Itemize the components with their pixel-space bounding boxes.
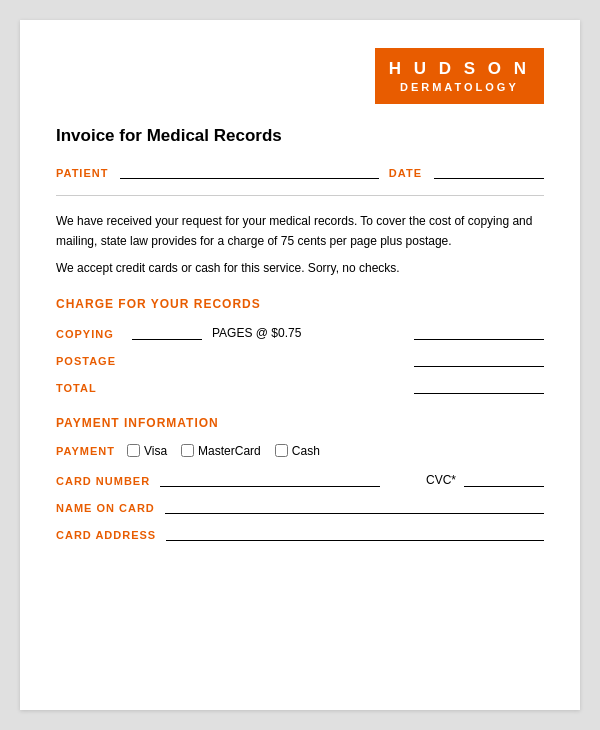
charge-section-title: CHARGE FOR YOUR RECORDS bbox=[56, 297, 544, 311]
total-row: TOTAL bbox=[56, 379, 544, 394]
logo-box: H U D S O N DERMATOLOGY bbox=[375, 48, 544, 104]
card-address-input[interactable] bbox=[166, 526, 544, 541]
copying-amount-input[interactable] bbox=[414, 325, 544, 340]
invoice-page: H U D S O N DERMATOLOGY Invoice for Medi… bbox=[20, 20, 580, 710]
card-number-row: CARD NUMBER CVC* bbox=[56, 472, 544, 487]
copying-row: COPYING PAGES @ $0.75 bbox=[56, 325, 544, 340]
payment-section-title: PAYMENT INFORMATION bbox=[56, 416, 544, 430]
header: H U D S O N DERMATOLOGY bbox=[56, 48, 544, 104]
card-address-row: CARD ADDRESS bbox=[56, 526, 544, 541]
page-title: Invoice for Medical Records bbox=[56, 126, 544, 146]
cvc-label: CVC* bbox=[426, 473, 456, 487]
visa-label: Visa bbox=[144, 444, 167, 458]
mastercard-option[interactable]: MasterCard bbox=[181, 444, 261, 458]
cash-checkbox[interactable] bbox=[275, 444, 288, 457]
cash-option[interactable]: Cash bbox=[275, 444, 320, 458]
card-number-label: CARD NUMBER bbox=[56, 475, 150, 487]
pages-input[interactable] bbox=[132, 325, 202, 340]
patient-date-row: PATIENT DATE bbox=[56, 164, 544, 179]
pages-at-label: PAGES @ $0.75 bbox=[212, 326, 301, 340]
payment-checkbox-group: Visa MasterCard Cash bbox=[127, 444, 320, 458]
logo-top: H U D S O N bbox=[389, 58, 530, 80]
postage-label: POSTAGE bbox=[56, 355, 126, 367]
mastercard-label: MasterCard bbox=[198, 444, 261, 458]
date-input[interactable] bbox=[434, 164, 544, 179]
patient-input[interactable] bbox=[120, 164, 378, 179]
payment-section: PAYMENT INFORMATION PAYMENT Visa MasterC… bbox=[56, 416, 544, 541]
card-number-input[interactable] bbox=[160, 472, 380, 487]
visa-checkbox[interactable] bbox=[127, 444, 140, 457]
cash-label: Cash bbox=[292, 444, 320, 458]
visa-option[interactable]: Visa bbox=[127, 444, 167, 458]
name-on-card-input[interactable] bbox=[165, 499, 544, 514]
divider-1 bbox=[56, 195, 544, 196]
logo-bottom: DERMATOLOGY bbox=[389, 80, 530, 94]
total-amount-input[interactable] bbox=[414, 379, 544, 394]
cvc-input[interactable] bbox=[464, 472, 544, 487]
payment-label: PAYMENT bbox=[56, 445, 115, 457]
charge-section: CHARGE FOR YOUR RECORDS COPYING PAGES @ … bbox=[56, 297, 544, 394]
description-text-2: We accept credit cards or cash for this … bbox=[56, 261, 544, 275]
postage-amount-input[interactable] bbox=[414, 352, 544, 367]
patient-label: PATIENT bbox=[56, 167, 108, 179]
mastercard-checkbox[interactable] bbox=[181, 444, 194, 457]
total-label: TOTAL bbox=[56, 382, 126, 394]
date-label: DATE bbox=[389, 167, 422, 179]
postage-row: POSTAGE bbox=[56, 352, 544, 367]
name-on-card-label: NAME ON CARD bbox=[56, 502, 155, 514]
card-address-label: CARD ADDRESS bbox=[56, 529, 156, 541]
payment-options-row: PAYMENT Visa MasterCard Cash bbox=[56, 444, 544, 458]
copying-label: COPYING bbox=[56, 328, 126, 340]
description-text-1: We have received your request for your m… bbox=[56, 212, 544, 250]
name-on-card-row: NAME ON CARD bbox=[56, 499, 544, 514]
